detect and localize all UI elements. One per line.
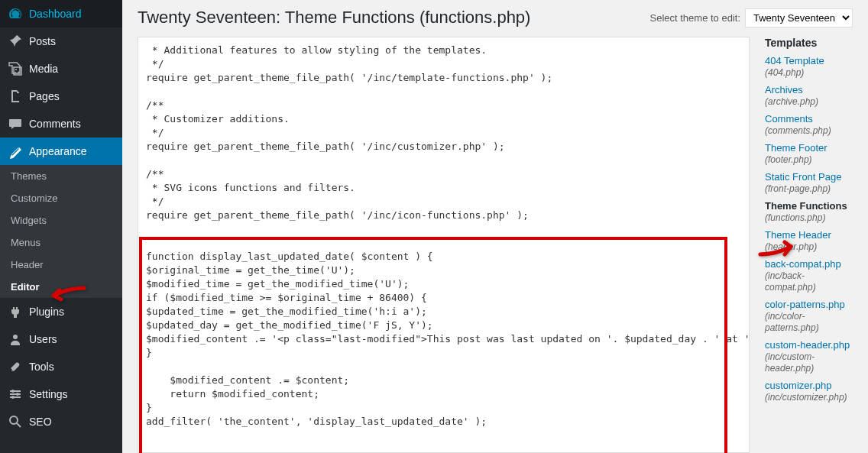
submenu-customize[interactable]: Customize [0, 187, 122, 209]
comments-icon [8, 116, 23, 131]
pages-icon [8, 89, 23, 104]
svg-point-7 [11, 396, 15, 399]
sidebar-item-pages[interactable]: Pages [0, 83, 122, 110]
sidebar-label: Tools [29, 361, 54, 373]
appearance-submenu: Themes Customize Widgets Menus Header Ed… [0, 165, 122, 298]
sidebar-label: Pages [29, 90, 60, 102]
submenu-widgets[interactable]: Widgets [0, 209, 122, 231]
admin-sidebar: Dashboard Posts Media Pages Comments App… [0, 0, 122, 453]
appearance-icon [8, 144, 23, 159]
template-item[interactable]: 404 Template(404.php) [765, 55, 853, 78]
sidebar-label: Comments [29, 118, 81, 130]
sidebar-label: Dashboard [29, 8, 82, 20]
dashboard-icon [8, 6, 23, 21]
submenu-menus[interactable]: Menus [0, 231, 122, 254]
svg-point-1 [13, 335, 18, 339]
template-item-active[interactable]: Theme Functions(functions.php) [765, 200, 853, 223]
sidebar-item-seo[interactable]: SEO [0, 408, 122, 435]
sidebar-label: Posts [29, 35, 56, 47]
plugins-icon [8, 304, 23, 319]
annotation-arrow-functions [756, 239, 798, 264]
template-item[interactable]: color-patterns.php(inc/color-patterns.ph… [765, 299, 853, 333]
template-item[interactable]: custom-header.php(inc/custom-header.php) [765, 339, 853, 374]
svg-point-5 [11, 390, 15, 393]
submenu-themes[interactable]: Themes [0, 165, 122, 187]
submenu-header[interactable]: Header [0, 254, 122, 276]
templates-heading: Templates [765, 37, 853, 49]
tools-icon [8, 359, 23, 374]
sidebar-item-comments[interactable]: Comments [0, 110, 122, 138]
sidebar-label: SEO [29, 416, 52, 428]
seo-icon [8, 414, 23, 429]
template-item[interactable]: Static Front Page(front-page.php) [765, 171, 853, 194]
sidebar-label: Appearance [29, 145, 87, 157]
sidebar-item-settings[interactable]: Settings [0, 380, 122, 408]
sidebar-label: Media [29, 63, 58, 75]
annotation-arrow-editor [46, 284, 88, 309]
media-icon [8, 61, 23, 76]
svg-point-0 [15, 69, 17, 70]
sidebar-item-appearance[interactable]: Appearance [0, 138, 122, 165]
sidebar-item-dashboard[interactable]: Dashboard [0, 0, 122, 28]
sidebar-item-posts[interactable]: Posts [0, 28, 122, 55]
pin-icon [8, 34, 23, 49]
settings-icon [8, 387, 23, 402]
sidebar-item-users[interactable]: Users [0, 325, 122, 353]
template-item[interactable]: Theme Footer(footer.php) [765, 142, 853, 165]
svg-point-6 [16, 393, 19, 396]
code-editor-area [138, 37, 750, 453]
theme-select-label: Select theme to edit: [649, 12, 740, 24]
sidebar-item-tools[interactable]: Tools [0, 353, 122, 380]
sidebar-label: Users [29, 333, 57, 345]
theme-select[interactable]: Twenty Seventeen [745, 8, 853, 28]
main-content: Twenty Seventeen: Theme Functions (funct… [122, 0, 868, 453]
code-textarea[interactable] [138, 37, 750, 453]
template-item[interactable]: Comments(comments.php) [765, 113, 853, 136]
sidebar-item-media[interactable]: Media [0, 55, 122, 83]
svg-point-8 [10, 416, 18, 424]
sidebar-label: Settings [29, 388, 68, 400]
users-icon [8, 332, 23, 347]
page-title: Twenty Seventeen: Theme Functions (funct… [138, 8, 530, 28]
template-item[interactable]: Archives(archive.php) [765, 84, 853, 107]
template-item[interactable]: customizer.php(inc/customizer.php) [765, 380, 853, 403]
